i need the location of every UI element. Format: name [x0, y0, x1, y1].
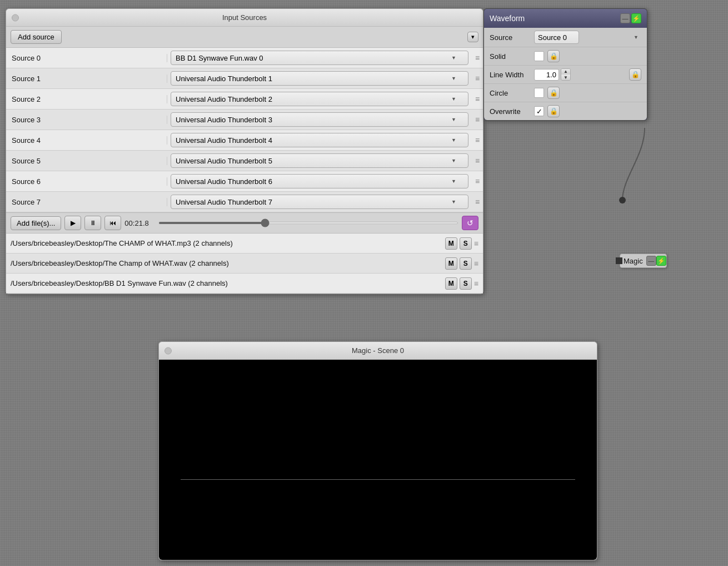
source-name-4: Source 4 [6, 136, 167, 145]
overwrite-checkmark[interactable]: ✓ [534, 106, 544, 116]
add-source-button[interactable]: Add source [11, 30, 62, 44]
source-row: Source 2 Universal Audio Thunderbolt 2 ≡ [6, 89, 483, 110]
solo-button-0[interactable]: S [460, 237, 472, 250]
solid-lock-button[interactable]: 🔒 [547, 50, 560, 62]
solo-button-1[interactable]: S [460, 257, 472, 270]
line-width-input[interactable] [534, 69, 559, 81]
waveform-source-row: Source Source 0 Source 1 Source 2 [484, 28, 647, 47]
file-drag-handle-0[interactable]: ≡ [474, 239, 478, 248]
circle-checkbox[interactable] [534, 88, 544, 98]
source-row: Source 4 Universal Audio Thunderbolt 4 ≡ [6, 130, 483, 151]
source-row: Source 6 Universal Audio Thunderbolt 6 ≡ [6, 171, 483, 192]
drag-handle-3[interactable]: ≡ [472, 115, 483, 124]
drag-handle-5[interactable]: ≡ [472, 156, 483, 165]
file-path-0: /Users/bricebeasley/Desktop/The CHAMP of… [11, 239, 443, 247]
add-files-button[interactable]: Add file(s)... [11, 216, 61, 230]
source-device-select-5[interactable]: Universal Audio Thunderbolt 5 [171, 153, 468, 168]
mute-button-2[interactable]: M [445, 277, 457, 290]
magic-node-label: Magic [620, 257, 646, 265]
waveform-body: Source Source 0 Source 1 Source 2 Solid … [484, 28, 647, 120]
magic-power-icon: ⚡ [657, 257, 665, 265]
pause-button[interactable]: ⏸ [84, 216, 101, 230]
connector-svg [611, 111, 722, 278]
scroll-dropdown-button[interactable]: ▾ [467, 32, 478, 42]
pause-icon: ⏸ [89, 219, 96, 227]
waveform-solid-row: Solid 🔒 [484, 47, 647, 66]
seek-slider[interactable] [158, 222, 458, 224]
waveform-minimize-button[interactable]: — [620, 13, 630, 23]
source-device-select-0[interactable]: BB D1 Synwave Fun.wav 0 [171, 51, 468, 65]
source-name-1: Source 1 [6, 75, 167, 83]
stepper-down-button[interactable]: ▼ [561, 75, 570, 80]
magic-scene-window: Magic - Scene 0 [158, 341, 597, 560]
source-row: Source 1 Universal Audio Thunderbolt 1 ≡ [6, 68, 483, 89]
drag-handle-4[interactable]: ≡ [472, 136, 483, 145]
source-name-6: Source 6 [6, 177, 167, 186]
drag-handle-2[interactable]: ≡ [472, 95, 483, 103]
source-device-select-2[interactable]: Universal Audio Thunderbolt 2 [171, 92, 468, 106]
drag-handle-6[interactable]: ≡ [472, 177, 483, 186]
scene-close-button[interactable] [164, 347, 172, 354]
waveform-power-button[interactable]: ⚡ [631, 13, 641, 23]
file-list: /Users/bricebeasley/Desktop/The CHAMP of… [6, 234, 483, 294]
source-name-5: Source 5 [6, 157, 167, 165]
stepper-up-button[interactable]: ▲ [561, 69, 570, 75]
waveform-linewidth-row: Line Width ▲ ▼ 🔒 [484, 66, 647, 84]
circle-control: 🔒 [534, 87, 641, 99]
source-device-select-1[interactable]: Universal Audio Thunderbolt 1 [171, 71, 468, 86]
power-icon: ⚡ [632, 15, 640, 22]
solid-control: 🔒 [534, 50, 641, 62]
solo-button-2[interactable]: S [460, 277, 472, 290]
source-device-select-3[interactable]: Universal Audio Thunderbolt 3 [171, 112, 468, 127]
scene-titlebar: Magic - Scene 0 [159, 342, 597, 360]
minimize-icon: — [622, 15, 629, 22]
mute-button-0[interactable]: M [445, 237, 457, 250]
file-path-1: /Users/bricebeasley/Desktop/The Champ of… [11, 259, 443, 267]
window-toolbar: Add source ▾ [6, 27, 483, 48]
loop-button[interactable]: ↺ [462, 216, 478, 230]
magic-minimize-button[interactable]: — [646, 256, 656, 266]
file-drag-handle-1[interactable]: ≡ [474, 259, 478, 268]
solid-label: Solid [490, 52, 534, 61]
waveform-titlebar: Waveform — ⚡ [484, 9, 647, 28]
time-display: 00:21.8 [124, 219, 155, 227]
waveform-overwrite-row: Overwrite ✓ 🔒 [484, 102, 647, 120]
mute-button-1[interactable]: M [445, 257, 457, 270]
source-select-wrapper: Source 0 Source 1 Source 2 [534, 31, 641, 44]
linewidth-label: Line Width [490, 71, 534, 79]
source-row: Source 5 Universal Audio Thunderbolt 5 ≡ [6, 151, 483, 171]
magic-power-button[interactable]: ⚡ [656, 256, 666, 266]
source-name-2: Source 2 [6, 95, 167, 103]
waveform-title: Waveform [490, 14, 525, 23]
waveform-circle-row: Circle 🔒 [484, 84, 647, 102]
source-name-0: Source 0 [6, 54, 167, 62]
s-label-2: S [463, 280, 468, 287]
drag-handle-7[interactable]: ≡ [472, 197, 483, 206]
circle-label: Circle [490, 89, 534, 97]
magic-node-input-port [616, 257, 622, 264]
skip-back-icon: ⏮ [109, 219, 116, 227]
svg-point-0 [619, 197, 626, 203]
file-path-2: /Users/bricebeasley/Desktop/BB D1 Synwav… [11, 279, 443, 287]
linewidth-lock-button[interactable]: 🔒 [629, 68, 641, 81]
file-drag-handle-2[interactable]: ≡ [474, 279, 478, 288]
overwrite-control: ✓ 🔒 [534, 105, 641, 117]
lock-icon-2: 🔒 [631, 71, 640, 78]
file-row-1: /Users/bricebeasley/Desktop/The Champ of… [6, 254, 483, 274]
s-label-1: S [463, 260, 468, 267]
drag-handle-0[interactable]: ≡ [472, 53, 483, 62]
skip-back-button[interactable]: ⏮ [104, 216, 121, 230]
window-close-button[interactable] [12, 14, 19, 21]
drag-handle-1[interactable]: ≡ [472, 74, 483, 83]
m-label-1: M [448, 260, 454, 267]
play-button[interactable]: ▶ [64, 216, 81, 230]
source-device-select-4[interactable]: Universal Audio Thunderbolt 4 [171, 133, 468, 147]
line-width-stepper: ▲ ▼ [561, 68, 571, 81]
source-device-select-6[interactable]: Universal Audio Thunderbolt 6 [171, 174, 468, 188]
source-row: Source 7 Universal Audio Thunderbolt 7 ≡ [6, 192, 483, 212]
circle-lock-button[interactable]: 🔒 [547, 87, 560, 99]
source-device-select-7[interactable]: Universal Audio Thunderbolt 7 [171, 195, 468, 209]
waveform-source-select[interactable]: Source 0 Source 1 Source 2 [534, 31, 579, 44]
overwrite-lock-button[interactable]: 🔒 [547, 105, 560, 117]
solid-checkbox[interactable] [534, 51, 544, 61]
